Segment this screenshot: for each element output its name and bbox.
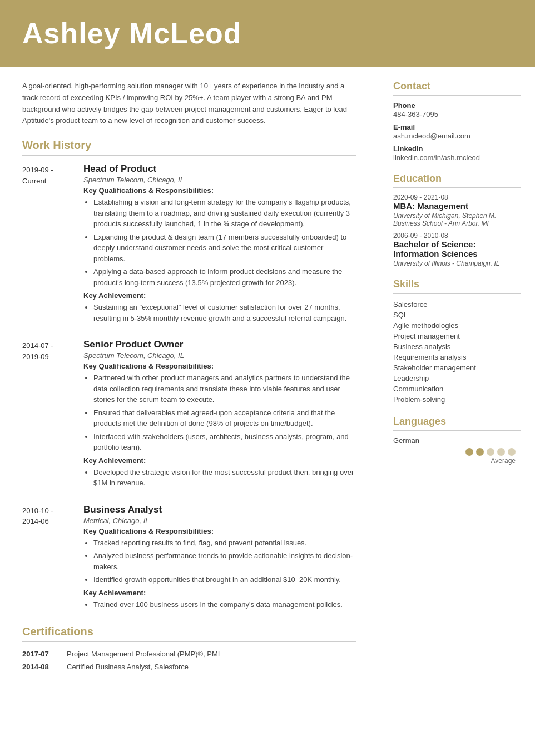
skill-item: Business analysis bbox=[393, 341, 521, 352]
list-item: Analyzed business performance trends to … bbox=[93, 550, 356, 572]
filled-dot bbox=[476, 448, 484, 456]
qualifications-list: Partnered with other product managers an… bbox=[93, 372, 356, 453]
edu-dates: 2006-09 - 2010-08 bbox=[393, 232, 521, 240]
work-title: Senior Product Owner bbox=[83, 339, 356, 350]
header: Ashley McLeod bbox=[0, 0, 535, 67]
contact-section: Contact Phone 484-363-7095 E-mail ash.mc… bbox=[393, 81, 521, 162]
language-level: Average bbox=[393, 457, 521, 465]
work-date: 2010-10 - 2014-06 bbox=[22, 504, 83, 614]
languages-divider bbox=[393, 430, 521, 431]
cert-name: Certified Business Analyst, Salesforce bbox=[67, 663, 356, 671]
skills-section: Skills SalesforceSQLAgile methodologiesP… bbox=[393, 278, 521, 405]
certification-item: 2017-07Project Management Professional (… bbox=[22, 650, 356, 658]
achievements-list: Developed the strategic vision for the m… bbox=[93, 467, 356, 489]
email-value: ash.mcleod@email.com bbox=[393, 132, 521, 140]
achievement-label: Key Achievement: bbox=[83, 456, 356, 465]
list-item: Trained over 100 business users in the c… bbox=[93, 599, 356, 610]
edu-degree: MBA: Management bbox=[393, 201, 521, 211]
list-item: Partnered with other product managers an… bbox=[93, 372, 356, 405]
list-item: Ensured that deliverables met agreed-upo… bbox=[93, 407, 356, 429]
work-history-list: 2019-09 - CurrentHead of ProductSpectrum… bbox=[22, 163, 356, 613]
list-item: Sustaining an "exceptional" level of cus… bbox=[93, 302, 356, 324]
cert-date: 2014-08 bbox=[22, 663, 67, 671]
skill-item: Requirements analysis bbox=[393, 352, 521, 362]
edu-degree: Bachelor of Science: Information Science… bbox=[393, 240, 521, 258]
skill-item: SQL bbox=[393, 310, 521, 320]
linkedin-value: linkedin.com/in/ash.mcleod bbox=[393, 153, 521, 162]
work-history-item: 2010-10 - 2014-06Business AnalystMetrica… bbox=[22, 504, 356, 614]
main-layout: A goal-oriented, high-performing solutio… bbox=[0, 67, 535, 692]
list-item: Identified growth opportunities that bro… bbox=[93, 574, 356, 585]
work-history-title: Work History bbox=[22, 139, 356, 152]
linkedin-label: LinkedIn bbox=[393, 145, 521, 153]
list-item: Expanding the product & design team (17 … bbox=[93, 232, 356, 265]
skills-list: SalesforceSQLAgile methodologiesProject … bbox=[393, 299, 521, 405]
list-item: Applying a data-based approach to inform… bbox=[93, 266, 356, 288]
left-column: A goal-oriented, high-performing solutio… bbox=[0, 67, 379, 692]
achievements-list: Trained over 100 business users in the c… bbox=[93, 599, 356, 610]
achievement-label: Key Achievement: bbox=[83, 291, 356, 300]
qualifications-list: Establishing a vision and long-term stra… bbox=[93, 197, 356, 288]
phone-value: 484-363-7095 bbox=[393, 110, 521, 118]
edu-dates: 2020-09 - 2021-08 bbox=[393, 193, 521, 201]
list-item: Tracked reporting results to find, flag,… bbox=[93, 538, 356, 549]
language-dots bbox=[393, 448, 521, 456]
qualifications-label: Key Qualifications & Responsibilities: bbox=[83, 186, 356, 195]
work-company: Metrical, Chicago, IL bbox=[83, 516, 356, 525]
work-history-divider bbox=[22, 155, 356, 156]
work-company: Spectrum Telecom, Chicago, IL bbox=[83, 351, 356, 360]
work-content: Senior Product OwnerSpectrum Telecom, Ch… bbox=[83, 339, 356, 492]
work-content: Head of ProductSpectrum Telecom, Chicago… bbox=[83, 163, 356, 327]
empty-dot bbox=[508, 448, 516, 456]
education-title: Education bbox=[393, 173, 521, 185]
filled-dot bbox=[465, 448, 473, 456]
qualifications-label: Key Qualifications & Responsibilities: bbox=[83, 527, 356, 535]
certifications-title: Certifications bbox=[22, 625, 356, 638]
certifications-list: 2017-07Project Management Professional (… bbox=[22, 650, 356, 671]
list-item: Establishing a vision and long-term stra… bbox=[93, 197, 356, 230]
work-title: Business Analyst bbox=[83, 504, 356, 515]
applicant-name: Ashley McLeod bbox=[22, 17, 241, 50]
phone-label: Phone bbox=[393, 101, 521, 110]
education-divider bbox=[393, 187, 521, 188]
list-item: Interfaced with stakeholders (users, arc… bbox=[93, 431, 356, 453]
edu-school: University of Illinois - Champaign, IL bbox=[393, 260, 521, 267]
language-name: German bbox=[393, 436, 521, 445]
skill-item: Leadership bbox=[393, 373, 521, 384]
qualifications-label: Key Qualifications & Responsibilities: bbox=[83, 362, 356, 370]
achievements-list: Sustaining an "exceptional" level of cus… bbox=[93, 302, 356, 324]
work-history-item: 2014-07 - 2019-09Senior Product OwnerSpe… bbox=[22, 339, 356, 492]
education-section: Education 2020-09 - 2021-08MBA: Manageme… bbox=[393, 173, 521, 267]
achievement-label: Key Achievement: bbox=[83, 589, 356, 597]
work-title: Head of Product bbox=[83, 163, 356, 175]
contact-divider bbox=[393, 95, 521, 96]
education-list: 2020-09 - 2021-08MBA: ManagementUniversi… bbox=[393, 193, 521, 267]
work-content: Business AnalystMetrical, Chicago, ILKey… bbox=[83, 504, 356, 614]
skills-divider bbox=[393, 293, 521, 294]
contact-title: Contact bbox=[393, 81, 521, 92]
edu-school: University of Michigan, Stephen M. Busin… bbox=[393, 212, 521, 227]
empty-dot bbox=[497, 448, 505, 456]
cert-name: Project Management Professional (PMP)®, … bbox=[67, 650, 356, 658]
work-history-item: 2019-09 - CurrentHead of ProductSpectrum… bbox=[22, 163, 356, 327]
skill-item: Project management bbox=[393, 331, 521, 341]
work-date: 2019-09 - Current bbox=[22, 163, 83, 327]
languages-title: Languages bbox=[393, 416, 521, 427]
work-company: Spectrum Telecom, Chicago, IL bbox=[83, 176, 356, 184]
skill-item: Stakeholder management bbox=[393, 362, 521, 373]
skill-item: Problem-solving bbox=[393, 394, 521, 405]
skills-title: Skills bbox=[393, 278, 521, 290]
work-date: 2014-07 - 2019-09 bbox=[22, 339, 83, 492]
skill-item: Agile methodologies bbox=[393, 320, 521, 331]
email-label: E-mail bbox=[393, 123, 521, 131]
right-column: Contact Phone 484-363-7095 E-mail ash.mc… bbox=[379, 67, 535, 692]
certification-item: 2014-08Certified Business Analyst, Sales… bbox=[22, 663, 356, 671]
summary-text: A goal-oriented, high-performing solutio… bbox=[22, 81, 356, 127]
empty-dot bbox=[487, 448, 494, 456]
skill-item: Salesforce bbox=[393, 299, 521, 310]
list-item: Developed the strategic vision for the m… bbox=[93, 467, 356, 489]
qualifications-list: Tracked reporting results to find, flag,… bbox=[93, 538, 356, 585]
languages-section: Languages GermanAverage bbox=[393, 416, 521, 465]
cert-date: 2017-07 bbox=[22, 650, 67, 658]
certifications-divider bbox=[22, 641, 356, 642]
